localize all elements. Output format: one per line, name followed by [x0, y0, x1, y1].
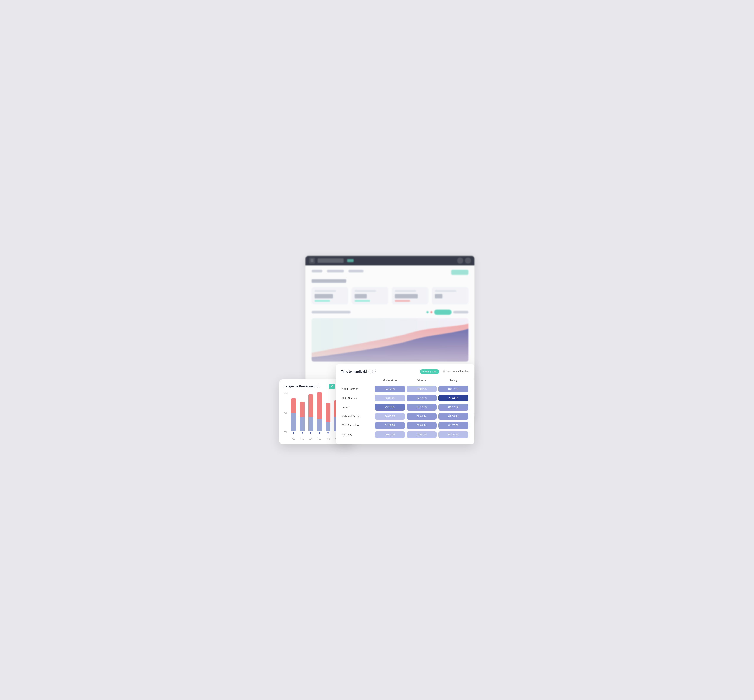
table-row: Terror23:15:4504:17:5904:17:59	[341, 403, 469, 412]
bar-dot-1	[293, 432, 294, 433]
col-moderation: Moderation	[374, 379, 406, 384]
tab2	[327, 270, 344, 272]
videos-cell: 04:17:59	[406, 403, 438, 412]
table-row: Adult Content04:17:5900:00:2504:17:59	[341, 384, 469, 394]
tth-header: Time to handle (Min) i Pending items Med…	[341, 369, 469, 374]
scene: ☰	[280, 256, 474, 444]
lang-title: Language Breakdown	[284, 384, 315, 388]
bar-group-2	[299, 392, 306, 433]
time-to-handle-card: Time to handle (Min) i Pending items Med…	[336, 364, 474, 444]
bar-group-5	[324, 392, 332, 433]
videos-cell: 04:17:59	[406, 394, 438, 403]
category-cell: Profanity	[341, 430, 374, 439]
tth-table: Moderation Videos Policy Adult Content04…	[341, 379, 469, 439]
topbar: ☰	[305, 256, 474, 266]
stats-row	[311, 287, 468, 305]
x-label-2: 750	[299, 438, 306, 440]
policy-cell: 04:17:59	[438, 384, 469, 394]
col-videos: Videos	[406, 379, 438, 384]
moderation-cell: 00:00:25	[374, 430, 406, 439]
videos-cell: 00:00:25	[406, 384, 438, 394]
bar-dot-5	[327, 432, 329, 433]
moderation-cell: 23:15:45	[374, 403, 406, 412]
median-label: Median waiting time	[446, 370, 469, 373]
y-label-bot: 750	[284, 431, 288, 433]
table-row: Profanity00:00:2500:00:2500:00:25	[341, 430, 469, 439]
policy-cell: 04:17:59	[438, 403, 469, 412]
tab1	[311, 270, 322, 272]
policy-cell: 00:00:25	[438, 430, 469, 439]
tab-M[interactable]: M	[329, 384, 335, 389]
moderation-cell: 04:17:59	[374, 421, 406, 430]
x-label-1: 750	[290, 438, 297, 440]
bar-group-1	[290, 392, 297, 433]
info-icon[interactable]: i	[317, 384, 321, 388]
bar-group-4	[316, 392, 323, 433]
category-cell: Hate Speech	[341, 394, 374, 403]
category-cell: Misinformation	[341, 421, 374, 430]
table-row: Kids and family00:00:2509:08:1409:08:14	[341, 412, 469, 421]
policy-cell: 09:08:14	[438, 412, 469, 421]
table-row: Misinformation04:17:5909:08:1404:17:59	[341, 421, 469, 430]
category-cell: Adult Content	[341, 384, 374, 394]
median-dot	[443, 370, 445, 373]
logo	[318, 258, 344, 263]
policy-cell: 04:17:59	[438, 421, 469, 430]
table-row: Hate Speech00:00:2504:17:5972:24:03	[341, 394, 469, 403]
moderation-cell: 00:00:25	[374, 394, 406, 403]
policy-cell: 72:24:03	[438, 394, 469, 403]
tth-legend: Pending items Median waiting time	[420, 369, 469, 374]
x-label-5: 750	[324, 438, 332, 440]
moderation-cell: 04:17:59	[374, 384, 406, 394]
bar-group-3	[307, 392, 314, 433]
y-label-mid: 750	[284, 412, 288, 414]
bar-dot-3	[310, 432, 311, 433]
tth-info-icon[interactable]: i	[372, 370, 376, 373]
bar-dot-2	[302, 432, 303, 433]
tth-title: Time to handle (Min)	[341, 370, 371, 373]
y-label-top: 750	[284, 392, 288, 395]
pending-badge: Pending items	[420, 369, 440, 374]
tab3	[349, 270, 364, 272]
videos-cell: 00:00:25	[406, 430, 438, 439]
moderation-cell: 00:00:25	[374, 412, 406, 421]
col-category	[341, 379, 374, 384]
topbar-icons	[457, 258, 471, 264]
median-legend: Median waiting time	[443, 370, 469, 373]
col-policy: Policy	[438, 379, 469, 384]
x-label-3: 750	[307, 438, 314, 440]
area-chart	[311, 318, 468, 362]
videos-cell: 09:08:14	[406, 421, 438, 430]
category-cell: Terror	[341, 403, 374, 412]
videos-cell: 09:08:14	[406, 412, 438, 421]
bar-dot-4	[319, 432, 320, 433]
x-label-4: 750	[316, 438, 323, 440]
category-cell: Kids and family	[341, 412, 374, 421]
section-title	[311, 279, 346, 283]
y-axis-labels: 750 750 750	[284, 392, 288, 433]
